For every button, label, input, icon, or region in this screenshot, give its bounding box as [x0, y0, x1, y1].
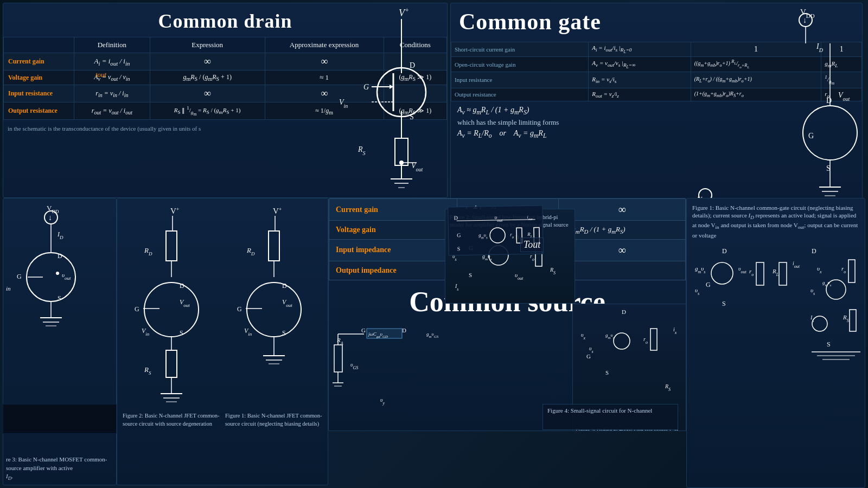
svg-text:S: S — [722, 300, 726, 307]
svg-text:gmυGS: gmυGS — [426, 331, 439, 339]
fig4-caption: Figure 4: Small-signal circuit for N-cha… — [547, 407, 673, 415]
row-output-res-def: rout = vout / iout — [74, 102, 150, 120]
svg-text:S: S — [469, 272, 472, 278]
gate-row-2-def: Av = vout/vs |RL=∞ — [589, 57, 691, 72]
svg-text:υout: υout — [494, 214, 503, 223]
svg-text:G: G — [361, 327, 366, 333]
fig3-caption: re 3: Basic N-channel MOSFET common-sour… — [6, 455, 113, 482]
svg-text:υy: υy — [380, 397, 385, 406]
row-current-gain-expr: ∞ — [150, 53, 265, 70]
bottom-right-panel: Figure 1: Basic N-channel common-gate ci… — [686, 198, 865, 488]
svg-text:S: S — [58, 294, 61, 302]
gate-circuit-svg: VDD ↓ ID D G S Vout Vin — [692, 3, 865, 203]
svg-text:υs: υs — [695, 287, 699, 296]
svg-text:iout: iout — [793, 260, 800, 269]
svg-text:in: in — [6, 285, 11, 292]
svg-text:RS: RS — [144, 365, 151, 376]
fig2-caption: Figure 2: Basic N-channel JFET common-so… — [123, 412, 220, 428]
svg-rect-62 — [166, 231, 177, 261]
common-drain-circuit: V+ G D S Vin RS — [331, 3, 450, 198]
svg-text:S: S — [827, 341, 831, 348]
svg-text:↓: ↓ — [803, 16, 807, 24]
row-current-gain-label: Current gain — [4, 53, 74, 70]
svg-text:Vout: Vout — [411, 162, 423, 172]
svg-text:G: G — [363, 83, 369, 91]
jfet-figures-area: V+ RD D G S Vin Vout — [123, 204, 322, 428]
svg-text:VDD: VDD — [47, 204, 59, 214]
svg-text:RS: RS — [665, 383, 671, 392]
svg-text:D: D — [454, 215, 457, 221]
cs-voltage-gain-label: Voltage gain — [329, 221, 457, 240]
svg-text:gmυs: gmυs — [478, 232, 488, 240]
svg-rect-137 — [779, 262, 787, 285]
row-output-res-label: Output resistance — [4, 102, 74, 120]
svg-text:G: G — [135, 305, 139, 313]
svg-point-132 — [711, 262, 733, 284]
fig2-area: V+ RD D G S Vin Vout — [123, 204, 220, 428]
svg-text:Vin: Vin — [339, 98, 348, 109]
gate-row-4-def: Rout = vz/iz — [589, 88, 691, 101]
svg-text:gmυs: gmυs — [605, 332, 615, 340]
row-voltage-gain-expr: gmRS / (gmRS + 1) — [150, 70, 265, 85]
svg-text:G: G — [586, 353, 591, 359]
drain-circuit-svg: V+ G D S Vin RS — [331, 3, 450, 198]
cs-input-imp-label: Input impedance — [329, 239, 457, 261]
tout-label: Tout — [520, 237, 544, 252]
svg-text:D: D — [812, 247, 816, 255]
svg-rect-95 — [334, 345, 342, 372]
row-input-res-expr: ∞ — [150, 85, 265, 102]
row-current-gain-def: Ai = iout / iin — [74, 53, 150, 70]
svg-text:RS: RS — [843, 314, 849, 323]
bottom-dark-panel — [3, 404, 117, 434]
fig1-gate-caption: Figure 1: Basic N-channel common-gate ci… — [692, 204, 859, 239]
svg-text:gmυs: gmυs — [695, 265, 705, 274]
svg-text:G: G — [457, 232, 461, 238]
svg-point-64 — [144, 282, 199, 337]
svg-point-122 — [614, 333, 630, 349]
svg-text:Vout: Vout — [180, 298, 190, 308]
svg-text:RD: RD — [246, 246, 255, 256]
svg-rect-135 — [756, 262, 764, 285]
svg-text:D: D — [402, 327, 406, 333]
gate-row-2-label: Open-circuit voltage gain — [451, 57, 589, 72]
row-input-res-label: Input resistance — [4, 85, 74, 102]
svg-text:υs: υs — [810, 287, 815, 296]
svg-text:RS: RS — [550, 267, 556, 275]
svg-text:υout: υout — [738, 266, 747, 274]
svg-text:V+: V+ — [170, 206, 180, 216]
svg-point-163 — [490, 228, 505, 243]
bottom-mid-left-panel: V+ RD D G S Vin Vout — [117, 198, 328, 485]
svg-text:S: S — [282, 329, 286, 337]
col-header-def: Definition — [74, 37, 150, 53]
svg-text:υx: υx — [581, 332, 586, 341]
cs-input-imp-val: ∞ — [559, 239, 686, 261]
svg-text:ID: ID — [57, 230, 63, 240]
svg-text:V+: V+ — [399, 7, 409, 18]
svg-point-145 — [826, 280, 846, 299]
svg-rect-147 — [848, 260, 855, 282]
cs-output-imp-label: Output impedance — [329, 261, 457, 280]
svg-text:Is: Is — [810, 314, 814, 323]
col-header-expr: Expression — [150, 37, 265, 53]
cs-voltage-gain-val: − gmRD / (1 + gmRS) — [559, 221, 686, 240]
svg-text:ro: ro — [749, 268, 754, 277]
svg-text:RS: RS — [358, 145, 366, 156]
svg-text:ro: ro — [530, 253, 534, 262]
svg-text:ix: ix — [673, 326, 677, 335]
fig1-caption: Figure 1: Basic N-channel JFET common-so… — [225, 412, 322, 428]
gate-row-1-label: Short-circuit current gain — [451, 42, 589, 57]
svg-text:D: D — [826, 97, 832, 105]
svg-text:υGS: υGS — [350, 362, 358, 370]
svg-text:Vout: Vout — [838, 91, 850, 102]
svg-rect-73 — [166, 350, 177, 377]
row-voltage-gain-label: Voltage gain — [4, 70, 74, 85]
svg-text:Vin: Vin — [244, 327, 252, 337]
svg-text:S: S — [180, 329, 183, 337]
svg-text:G: G — [17, 273, 22, 280]
gate-row-3-def: Rin = vs/is — [589, 72, 691, 88]
cs-current-gain-label: Current gain — [329, 199, 457, 221]
fig1-svg: V+ RD D G S Vin Vout — [225, 204, 320, 410]
svg-text:υout: υout — [515, 272, 524, 281]
svg-text:Vin: Vin — [142, 327, 150, 337]
tout-small-label: tout — [95, 70, 106, 79]
